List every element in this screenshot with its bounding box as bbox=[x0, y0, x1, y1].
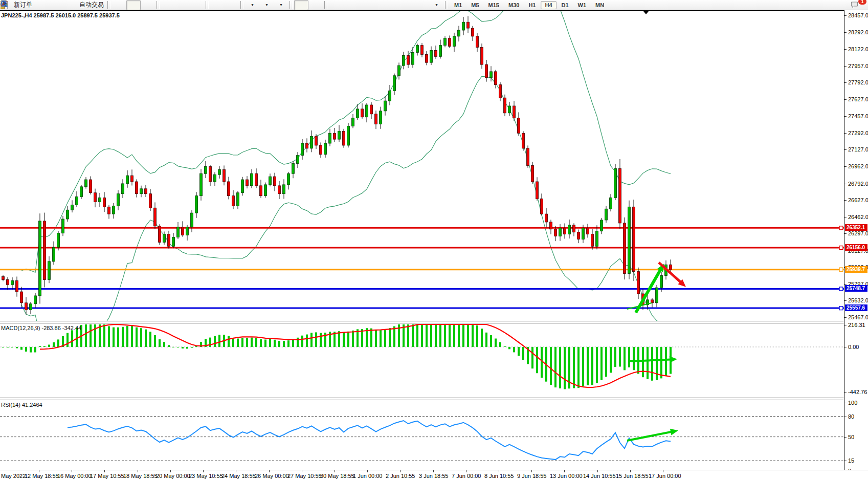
timeframe-w1[interactable]: W1 bbox=[574, 1, 591, 9]
time-axis-tick bbox=[39, 470, 39, 472]
price-axis-label: 26627.0 bbox=[848, 197, 868, 203]
time-axis-label: 27 May 10:55 bbox=[287, 473, 322, 479]
time-axis[interactable]: May 202212 May 18:5516 May 00:0017 May 1… bbox=[0, 470, 868, 480]
rsi-panel[interactable]: RSI(14) 41.2464 bbox=[0, 400, 844, 470]
macd-panel[interactable]: MACD(12,26,9) -283.86 -342.44 bbox=[0, 323, 844, 398]
time-axis-label: 9 Jun 18:55 bbox=[517, 473, 547, 479]
new-order-button[interactable]: 新订单 bbox=[12, 0, 34, 10]
time-axis-label: 7 Jun 00:00 bbox=[452, 473, 481, 479]
timeframe-m15[interactable]: M15 bbox=[484, 1, 503, 9]
time-axis-label: 24 May 18:55 bbox=[221, 473, 256, 479]
trendline-button[interactable] bbox=[358, 0, 372, 10]
time-axis-tick bbox=[466, 470, 466, 472]
timeframe-m5[interactable]: M5 bbox=[467, 1, 483, 9]
zoom-in-button[interactable] bbox=[161, 0, 175, 10]
time-axis-tick bbox=[367, 470, 368, 472]
toolbar-separator bbox=[206, 1, 209, 9]
autotrading-button[interactable]: 自动交易 bbox=[77, 0, 106, 10]
price-axis-tick bbox=[844, 217, 847, 217]
time-axis-tick bbox=[72, 470, 72, 472]
time-axis-label: 17 May 10:55 bbox=[90, 473, 124, 479]
time-axis-tick bbox=[433, 470, 434, 472]
price-axis-tick bbox=[844, 184, 847, 184]
price-axis-tick bbox=[844, 300, 847, 301]
price-axis-label: 26962.0 bbox=[848, 163, 868, 169]
zoom-out-button[interactable] bbox=[175, 0, 190, 10]
periods-button[interactable]: ▾ bbox=[259, 0, 274, 10]
vertical-line-button[interactable] bbox=[329, 0, 343, 10]
equidistant-channel-button[interactable]: E bbox=[372, 0, 386, 10]
market-watch-button[interactable] bbox=[34, 0, 49, 10]
time-axis-label: 20 May 00:00 bbox=[156, 473, 190, 479]
templates-button[interactable]: ▾ bbox=[274, 0, 288, 10]
price-axis-tick bbox=[844, 149, 847, 150]
horizontal-line-button[interactable] bbox=[343, 0, 358, 10]
macd-label: MACD(12,26,9) -283.86 -342.44 bbox=[1, 325, 81, 331]
chat-button[interactable]: 1 bbox=[850, 0, 864, 10]
tile-windows-button[interactable] bbox=[190, 0, 204, 10]
time-axis-label: 30 May 18:55 bbox=[320, 473, 354, 479]
rsi-axis-tick bbox=[844, 403, 847, 403]
price-axis-label: 27957.0 bbox=[848, 63, 868, 69]
price-axis-label: 27292.0 bbox=[848, 130, 868, 136]
time-axis-tick bbox=[531, 470, 532, 472]
macd-axis-label: -442.76 bbox=[848, 389, 867, 395]
arrows-button[interactable]: ▾ bbox=[429, 0, 443, 10]
price-axis-label: 27127.0 bbox=[848, 146, 868, 152]
time-axis-tick bbox=[564, 470, 565, 472]
time-axis-tick bbox=[335, 470, 335, 472]
toolbar-separator bbox=[324, 1, 327, 9]
time-axis-label: 18 May 18:55 bbox=[123, 473, 158, 479]
price-axis-tick bbox=[844, 99, 847, 100]
fibonacci-button[interactable]: F bbox=[386, 0, 400, 10]
price-axis-tick bbox=[844, 32, 847, 33]
bar-chart-button[interactable] bbox=[112, 0, 126, 10]
price-axis-label: 26792.0 bbox=[848, 181, 868, 187]
timeframe-h4[interactable]: H4 bbox=[541, 1, 556, 9]
price-axis-tick bbox=[844, 284, 847, 285]
notification-badge: 1 bbox=[858, 0, 866, 5]
price-axis-label: 25467.0 bbox=[848, 314, 868, 320]
timeframe-m1[interactable]: M1 bbox=[450, 1, 466, 9]
crosshair-button[interactable] bbox=[308, 0, 323, 10]
main-chart-panel[interactable]: JPN225-,H4 25987.5 26015.0 25897.5 25937… bbox=[0, 10, 844, 321]
timeframe-m30[interactable]: M30 bbox=[504, 1, 523, 9]
text-button[interactable]: A bbox=[400, 0, 415, 10]
rsi-axis-label: 15 bbox=[848, 457, 854, 464]
signals-button[interactable] bbox=[63, 0, 77, 10]
chart-shift-button[interactable] bbox=[225, 0, 239, 10]
timeframe-group: M1M5M15M30H1H4D1W1MN bbox=[450, 1, 609, 9]
timeframe-h1[interactable]: H1 bbox=[524, 1, 540, 9]
time-axis-tick bbox=[499, 470, 499, 472]
indicators-button[interactable]: ▾ bbox=[245, 0, 259, 10]
toolbar-separator bbox=[107, 1, 110, 9]
time-axis-label: 15 Jun 18:55 bbox=[616, 473, 649, 479]
timeframe-d1[interactable]: D1 bbox=[558, 1, 573, 9]
dropdown-arrow-icon: ▾ bbox=[265, 3, 268, 7]
time-axis-tick bbox=[269, 470, 270, 472]
price-axis-label: 27457.0 bbox=[848, 113, 868, 119]
line-chart-button[interactable] bbox=[141, 0, 155, 10]
price-axis-tick bbox=[844, 49, 847, 50]
new-order-label: 新订单 bbox=[14, 1, 32, 9]
macd-canvas bbox=[0, 323, 844, 398]
price-axis-tick bbox=[844, 233, 847, 234]
auto-scroll-button[interactable] bbox=[210, 0, 225, 10]
candle-chart-button[interactable] bbox=[126, 0, 141, 10]
toolbar: 新订单 自动交易 bbox=[0, 0, 868, 10]
price-line-tag: 26352.1 bbox=[845, 224, 867, 231]
timeframe-mn[interactable]: MN bbox=[591, 1, 608, 9]
search-button[interactable] bbox=[831, 0, 845, 10]
time-axis-label: 14 Jun 10:55 bbox=[583, 473, 616, 479]
price-line-tag: 25748.7 bbox=[845, 285, 867, 292]
chat-bubble-icon bbox=[850, 1, 859, 9]
community-button[interactable] bbox=[49, 0, 63, 10]
text-label-button[interactable]: T bbox=[415, 0, 429, 10]
price-axis[interactable]: 28457.028292.028122.027957.027792.027627… bbox=[844, 10, 868, 470]
dropdown-arrow-icon: ▾ bbox=[435, 3, 437, 7]
autotrading-label: 自动交易 bbox=[79, 1, 104, 9]
trading-terminal-window: 新订单 自动交易 bbox=[0, 0, 868, 480]
chart-title: JPN225-,H4 25987.5 26015.0 25897.5 25937… bbox=[1, 12, 120, 18]
cursor-button[interactable] bbox=[294, 0, 308, 10]
price-line-tag: 25557.6 bbox=[845, 304, 867, 311]
